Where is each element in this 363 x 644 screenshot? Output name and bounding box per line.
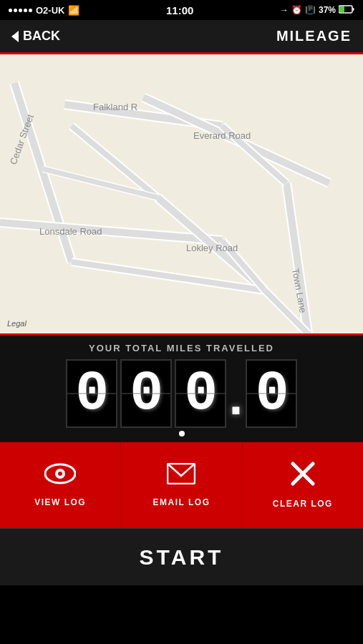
mileage-section: YOUR TOTAL MILES TRAVELLED 0 0 0 . 0 (0, 333, 363, 442)
status-left: O2-UK 📶 (9, 5, 79, 16)
svg-text:Everard Road: Everard Road (193, 130, 251, 141)
legal-text: Legal (7, 319, 26, 328)
carrier-label: O2-UK (36, 5, 64, 16)
decimal-separator: . (229, 372, 243, 422)
svg-rect-1 (339, 6, 344, 12)
nav-bar: BACK MILEAGE (0, 20, 363, 54)
x-icon (291, 462, 315, 492)
email-log-label: EMAIL LOG (153, 497, 210, 507)
back-label: BACK (23, 29, 60, 44)
svg-rect-2 (352, 8, 354, 11)
digit-hundreds: 0 (66, 359, 117, 428)
svg-text:Falkland R: Falkland R (93, 102, 137, 112)
chevron-left-icon (11, 31, 19, 42)
digit-ones: 0 (175, 359, 226, 428)
battery-percent: 37% (319, 5, 336, 15)
odometer: 0 0 0 . 0 (0, 359, 363, 428)
map-svg: Cedar Street Falkland R Everard Road Lon… (0, 54, 363, 333)
svg-text:Lonsdale Road: Lonsdale Road (39, 226, 102, 237)
back-button[interactable]: BACK (11, 29, 60, 44)
battery-icon (339, 5, 354, 16)
status-bar: O2-UK 📶 11:00 → ⏰ 📳 37% (0, 0, 363, 20)
odometer-indicator-dot (179, 431, 185, 436)
start-section: START (0, 528, 363, 585)
page-title: MILEAGE (276, 28, 352, 44)
wifi-icon: 📶 (68, 5, 79, 16)
email-icon (167, 463, 195, 490)
view-log-label: VIEW LOG (34, 497, 86, 507)
digit-tenths: 0 (246, 359, 297, 428)
digit-tens: 0 (120, 359, 172, 428)
clear-log-button[interactable]: CLEAR LOG (243, 442, 363, 528)
status-time: 11:00 (166, 4, 193, 16)
svg-text:Lokley Road: Lokley Road (186, 243, 238, 253)
start-button[interactable]: START (0, 529, 363, 585)
alarm-icon: ⏰ (291, 5, 302, 15)
map-area: Cedar Street Falkland R Everard Road Lon… (0, 54, 363, 333)
action-buttons: VIEW LOG EMAIL LOG CLEAR LOG (0, 442, 363, 528)
svg-point-36 (58, 472, 62, 476)
email-log-button[interactable]: EMAIL LOG (121, 442, 242, 528)
bluetooth-icon: 📳 (305, 5, 316, 15)
mileage-label: YOUR TOTAL MILES TRAVELLED (0, 343, 363, 353)
eye-icon (44, 463, 76, 490)
status-right: → ⏰ 📳 37% (280, 5, 354, 16)
clear-log-label: CLEAR LOG (273, 499, 333, 509)
view-log-button[interactable]: VIEW LOG (0, 442, 121, 528)
signal-dots (9, 9, 32, 12)
location-icon: → (280, 5, 289, 15)
